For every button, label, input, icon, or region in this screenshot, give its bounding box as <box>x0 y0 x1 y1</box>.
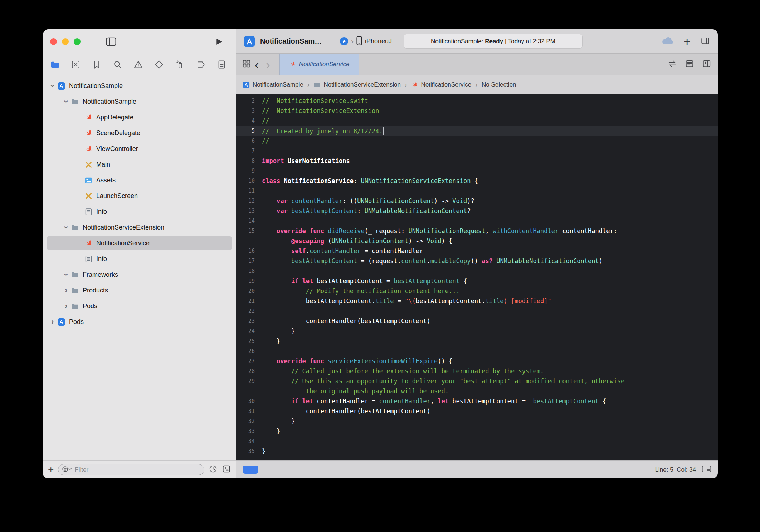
disclosure-down-icon[interactable]: › <box>62 270 71 279</box>
code-line[interactable]: 2// NotificationService.swift <box>236 96 718 106</box>
run-destination[interactable]: iPhoneuJ <box>365 38 392 45</box>
recent-files-filter-icon[interactable] <box>209 464 218 475</box>
filter-menu-icon[interactable] <box>62 466 73 474</box>
add-editor-icon[interactable] <box>702 59 711 70</box>
find-navigator-icon[interactable] <box>113 60 122 69</box>
tree-item-notificationsample[interactable]: ›NotificationSample <box>43 94 236 109</box>
tree-item-main[interactable]: Main <box>43 157 236 172</box>
code-line[interactable]: 7 <box>236 146 718 156</box>
code-line[interactable]: 11 <box>236 186 718 196</box>
project-navigator-icon[interactable] <box>50 60 60 69</box>
filter-input[interactable] <box>75 466 200 473</box>
code-line[interactable]: 18 <box>236 266 718 276</box>
tests-navigator-icon[interactable] <box>154 60 164 69</box>
code-line[interactable]: the original push payload will be used. <box>236 386 718 396</box>
source-control-navigator-icon[interactable] <box>71 60 81 69</box>
code-line[interactable]: 22 <box>236 306 718 316</box>
activity-viewer[interactable]: NotificationSample: Ready | Today at 2:3… <box>404 34 583 49</box>
tree-item-products[interactable]: ›Products <box>43 282 236 298</box>
cloud-status-icon[interactable] <box>661 36 674 46</box>
breadcrumb-item[interactable]: NotificationSample <box>243 81 303 88</box>
editor-layout-icon[interactable] <box>700 36 711 47</box>
run-button[interactable] <box>214 37 224 46</box>
code-line[interactable]: 3// NotificationServiceExtension <box>236 106 718 116</box>
code-line[interactable]: @escaping (UNNotificationContent) -> Voi… <box>236 236 718 246</box>
code-line[interactable]: 25 } <box>236 336 718 346</box>
code-line[interactable]: 21 bestAttemptContent.title = "\(bestAtt… <box>236 296 718 306</box>
code-line[interactable]: 4// <box>236 116 718 126</box>
tree-item-pods[interactable]: ›Pods <box>43 314 236 330</box>
close-button[interactable] <box>50 38 57 45</box>
tree-item-assets[interactable]: Assets <box>43 172 236 188</box>
add-file-button[interactable]: + <box>48 465 54 475</box>
disclosure-down-icon[interactable]: › <box>48 81 57 90</box>
tree-item-viewcontroller[interactable]: ViewController <box>43 141 236 157</box>
minimap-toggle-icon[interactable] <box>702 465 711 474</box>
tree-item-scenedelegate[interactable]: SceneDelegate <box>43 125 236 141</box>
scm-status-filter-icon[interactable] <box>222 464 231 475</box>
sidebar-toggle-icon[interactable] <box>106 37 117 46</box>
code-line[interactable]: 20 // Modify the notification content he… <box>236 286 718 296</box>
code-line[interactable]: 15 override func didReceive(_ request: U… <box>236 226 718 236</box>
tab-overview-icon[interactable] <box>242 59 251 70</box>
source-editor[interactable]: 2// NotificationService.swift3// Notific… <box>236 94 718 460</box>
tree-item-notificationsample[interactable]: ›NotificationSample <box>43 78 236 94</box>
code-line[interactable]: 16 self.contentHandler = contentHandler <box>236 246 718 256</box>
code-line[interactable]: 32 } <box>236 416 718 426</box>
tree-item-appdelegate[interactable]: AppDelegate <box>43 109 236 125</box>
back-button[interactable]: ‹ <box>251 58 262 70</box>
breakpoints-navigator-icon[interactable] <box>196 60 206 69</box>
code-line[interactable]: 8import UserNotifications <box>236 156 718 166</box>
code-line[interactable]: 6// <box>236 136 718 146</box>
code-line[interactable]: 26 <box>236 346 718 356</box>
tree-item-frameworks[interactable]: ›Frameworks <box>43 267 236 282</box>
filter-field[interactable] <box>58 464 204 475</box>
tree-item-info[interactable]: Info <box>43 251 236 267</box>
scheme-selector[interactable]: e › iPhoneuJ <box>340 36 392 47</box>
code-line[interactable]: 5// Created by junely on 8/12/24. <box>236 126 718 136</box>
code-line[interactable]: 31 contentHandler(bestAttemptContent) <box>236 406 718 416</box>
tree-item-info[interactable]: Info <box>43 204 236 220</box>
library-add-icon[interactable]: + <box>683 35 691 48</box>
code-line[interactable]: 27 override func serviceExtensionTimeWil… <box>236 356 718 366</box>
code-line[interactable]: 19 if let bestAttemptContent = bestAttem… <box>236 276 718 286</box>
tree-item-notificationservice[interactable]: NotificationService <box>43 235 236 251</box>
issues-navigator-icon[interactable] <box>133 60 143 69</box>
code-line[interactable]: 30 if let contentHandler = contentHandle… <box>236 396 718 406</box>
code-line[interactable]: 14 <box>236 216 718 226</box>
scheme-target-icon[interactable]: e <box>340 37 348 45</box>
disclosure-right-icon[interactable]: › <box>62 286 71 295</box>
editor-options-icon[interactable] <box>685 59 694 70</box>
forward-button[interactable]: › <box>262 58 273 70</box>
code-line[interactable]: 29 // Use this as an opportunity to deli… <box>236 376 718 386</box>
tree-item-notificationserviceextension[interactable]: ›NotificationServiceExtension <box>43 220 236 235</box>
minimize-button[interactable] <box>62 38 69 45</box>
code-line[interactable]: 9 <box>236 166 718 176</box>
bookmarks-navigator-icon[interactable] <box>92 60 102 69</box>
code-line[interactable]: 24 } <box>236 326 718 336</box>
code-line[interactable]: 34 <box>236 436 718 446</box>
code-line[interactable]: 35} <box>236 446 718 456</box>
breadcrumb-item[interactable]: NotificationServiceExtension <box>313 81 400 88</box>
code-line[interactable]: 10class NotificationService: UNNotificat… <box>236 176 718 186</box>
code-line[interactable]: 13 var bestAttemptContent: UNMutableNoti… <box>236 206 718 216</box>
tree-item-pods[interactable]: ›Pods <box>43 298 236 314</box>
debug-navigator-icon[interactable] <box>175 60 185 69</box>
breakpoints-toggle[interactable] <box>243 466 258 474</box>
tree-item-launchscreen[interactable]: LaunchScreen <box>43 188 236 204</box>
disclosure-down-icon[interactable]: › <box>62 223 71 232</box>
disclosure-right-icon[interactable]: › <box>62 301 71 311</box>
tab-notificationservice[interactable]: NotificationService <box>279 54 359 75</box>
breadcrumb-item[interactable]: No Selection <box>482 81 516 88</box>
disclosure-down-icon[interactable]: › <box>62 97 71 106</box>
reports-navigator-icon[interactable] <box>217 60 226 69</box>
code-line[interactable]: 33 } <box>236 426 718 436</box>
disclosure-right-icon[interactable]: › <box>48 317 57 326</box>
code-review-icon[interactable] <box>668 59 677 70</box>
zoom-button[interactable] <box>74 38 81 45</box>
code-line[interactable]: 28 // Called just before the extension w… <box>236 366 718 376</box>
code-line[interactable]: 23 contentHandler(bestAttemptContent) <box>236 316 718 326</box>
code-line[interactable]: 12 var contentHandler: ((UNNotificationC… <box>236 196 718 206</box>
code-line[interactable]: 17 bestAttemptContent = (request.content… <box>236 256 718 266</box>
breadcrumb-item[interactable]: NotificationService <box>411 81 472 88</box>
